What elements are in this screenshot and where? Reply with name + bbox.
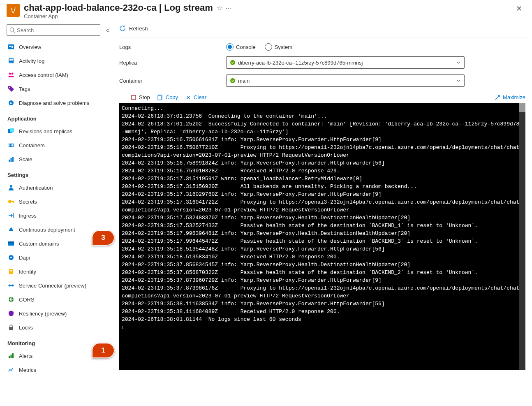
radio-unchecked-icon: [265, 43, 272, 51]
sidebar-item-icon: [7, 367, 15, 373]
sidebar-item[interactable]: Identity: [7, 264, 112, 278]
sidebar-item-label: Service Connector (preview): [19, 283, 86, 289]
sidebar-item[interactable]: Secrets: [7, 195, 112, 209]
page-title: chat-app-load-balance-232o-ca | Log stre…: [24, 2, 213, 13]
svg-point-0: [10, 28, 14, 31]
sidebar-item[interactable]: Authentication: [7, 181, 112, 195]
svg-rect-46: [158, 96, 161, 100]
copy-icon: [157, 95, 163, 100]
scrollbar-thumb[interactable]: [519, 103, 525, 112]
sidebar-item[interactable]: Overview: [7, 40, 112, 54]
replica-select[interactable]: diberry-aca-lb-232o-ca--11z5rzy-57c899d7…: [226, 56, 465, 69]
radio-checked-icon: [226, 43, 234, 51]
svg-point-22: [10, 185, 12, 188]
favorite-icon[interactable]: ☆: [216, 4, 222, 12]
sidebar-item-icon: [7, 353, 15, 359]
page-subtitle: Container App: [24, 13, 513, 19]
more-icon[interactable]: ⋯: [225, 4, 232, 12]
chevron-down-icon: [456, 60, 461, 65]
sidebar-item[interactable]: Scale: [7, 152, 112, 166]
svg-rect-41: [8, 372, 14, 372]
collapse-sidebar-icon[interactable]: «: [104, 27, 112, 33]
container-value: main: [238, 78, 250, 84]
clear-icon: [185, 95, 191, 100]
sidebar-item[interactable]: Activity log: [7, 54, 112, 68]
container-select[interactable]: main: [226, 74, 465, 87]
sidebar-item-icon: [7, 156, 15, 162]
stop-button[interactable]: Stop: [131, 94, 150, 100]
sidebar-item-icon: [7, 324, 15, 331]
svg-rect-28: [8, 241, 14, 243]
maximize-label: Maximize: [503, 94, 525, 100]
clear-button[interactable]: Clear: [185, 94, 206, 100]
sidebar: « OverviewActivity logAccess control (IA…: [0, 21, 115, 380]
svg-rect-14: [10, 128, 14, 132]
log-console[interactable]: Connecting... 2024-02-26T18:37:01.23756 …: [119, 103, 525, 370]
svg-point-10: [12, 73, 14, 75]
close-icon[interactable]: ✕: [513, 2, 525, 15]
sidebar-item[interactable]: CORS: [7, 292, 112, 306]
sidebar-item[interactable]: Diagnose and solve problems: [7, 96, 112, 110]
callout-3: 3: [92, 230, 115, 246]
sidebar-item[interactable]: Metrics: [7, 363, 112, 377]
status-ok-icon: [230, 78, 236, 84]
sidebar-item-label: Continuous deployment: [19, 227, 75, 233]
copy-button[interactable]: Copy: [157, 94, 178, 100]
sidebar-item-label: Metrics: [19, 367, 36, 373]
sidebar-item[interactable]: Locks: [7, 320, 112, 334]
sidebar-item-label: Containers: [19, 142, 45, 148]
sidebar-item-icon: [7, 240, 15, 247]
svg-point-30: [10, 257, 12, 258]
stop-icon: [131, 95, 136, 100]
sidebar-item[interactable]: Tags: [7, 82, 112, 96]
svg-rect-19: [9, 160, 10, 162]
logs-label: Logs: [119, 44, 226, 50]
radio-system[interactable]: System: [265, 43, 292, 51]
sidebar-item-icon: [7, 128, 15, 135]
svg-point-11: [9, 87, 10, 88]
sidebar-item[interactable]: Dapr: [7, 251, 112, 264]
svg-point-9: [9, 73, 11, 75]
sidebar-item-label: Revisions and replicas: [19, 128, 72, 135]
maximize-icon: [495, 95, 500, 100]
maximize-button[interactable]: Maximize: [495, 94, 525, 100]
sidebar-item-icon: [7, 58, 15, 64]
svg-point-32: [10, 270, 12, 271]
clear-label: Clear: [194, 94, 206, 100]
sidebar-item-icon: [7, 310, 15, 317]
radio-system-label: System: [275, 44, 292, 50]
svg-rect-7: [9, 60, 13, 61]
sidebar-item-label: Scale: [19, 156, 32, 162]
refresh-button[interactable]: Refresh: [119, 25, 148, 32]
sidebar-item[interactable]: Access control (IAM): [7, 68, 112, 82]
svg-rect-20: [11, 158, 12, 162]
svg-rect-21: [12, 157, 14, 162]
callout-1: 1: [92, 343, 115, 358]
sidebar-item[interactable]: Ingress: [7, 209, 112, 223]
search-input[interactable]: [17, 27, 97, 33]
radio-console[interactable]: Console: [226, 43, 256, 51]
sidebar-item[interactable]: Resiliency (preview): [7, 306, 112, 320]
sidebar-item-label: Alerts: [19, 353, 32, 359]
sidebar-section-head: Application: [7, 116, 112, 122]
scrollbar[interactable]: [519, 103, 525, 370]
status-ok-icon: [230, 60, 236, 65]
sidebar-item[interactable]: Service Connector (preview): [7, 278, 112, 292]
sidebar-item[interactable]: Revisions and replicas: [7, 124, 112, 138]
svg-rect-25: [13, 201, 14, 203]
radio-console-label: Console: [236, 44, 256, 50]
svg-rect-35: [10, 285, 12, 286]
main-content: Refresh Logs Console System Replica: [115, 21, 532, 380]
sidebar-item[interactable]: Containers: [7, 138, 112, 152]
stop-label: Stop: [139, 94, 150, 100]
sidebar-item-label: CORS: [19, 297, 35, 303]
sidebar-item-label: Tags: [19, 86, 30, 92]
search-box[interactable]: [7, 24, 100, 36]
sidebar-item-icon: [7, 72, 15, 78]
svg-rect-18: [12, 144, 13, 146]
sidebar-item-label: Locks: [19, 325, 33, 331]
sidebar-item-icon: [7, 296, 15, 303]
sidebar-item-label: Diagnose and solve problems: [19, 100, 89, 106]
refresh-label: Refresh: [129, 26, 148, 32]
svg-rect-44: [132, 95, 136, 100]
